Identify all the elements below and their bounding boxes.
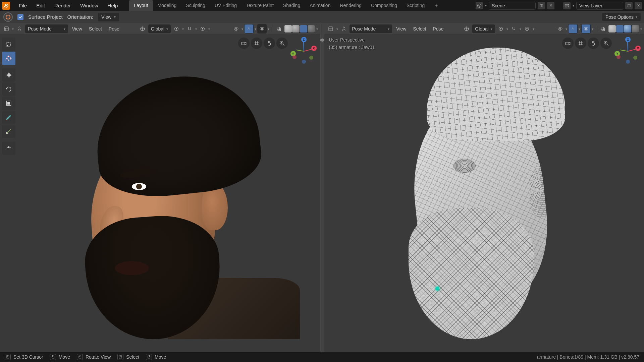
tool-cursor[interactable] [2, 52, 15, 65]
editor-type-icon[interactable] [2, 24, 11, 33]
orientation-icon[interactable] [462, 24, 471, 33]
viewlayer-new-icon[interactable]: ◫ [625, 2, 633, 9]
proportional-icon[interactable] [198, 24, 207, 33]
workspace-tab-rendering[interactable]: Rendering [335, 0, 366, 11]
axis-z-icon[interactable]: Z [301, 37, 307, 42]
scene-new-icon[interactable]: ◫ [538, 2, 545, 9]
orientation-dropdown[interactable]: View▾ [98, 13, 119, 21]
grid-view-icon[interactable] [251, 38, 262, 49]
viewport-right[interactable]: User Perspective (35) armature : Jaw01 X… [324, 35, 644, 352]
svg-rect-70 [149, 355, 150, 357]
xray-toggle-icon[interactable] [598, 24, 607, 33]
tool-rotate[interactable] [2, 82, 15, 96]
menu-help[interactable]: Help [103, 0, 123, 11]
pan-view-icon[interactable] [264, 38, 275, 49]
pose-menu[interactable]: Pose [106, 24, 122, 33]
editor-type-icon[interactable] [326, 24, 335, 33]
scene-delete-icon[interactable]: ✕ [547, 2, 554, 9]
pivot-icon[interactable] [172, 24, 181, 33]
gizmo-toggle-icon[interactable] [569, 24, 577, 33]
cursor-tool-icon[interactable] [3, 12, 13, 22]
scene-name-input[interactable]: Scene [489, 2, 536, 10]
tool-move[interactable] [2, 68, 15, 82]
transform-orientation-dropdown[interactable]: Global▾ [472, 24, 495, 33]
visibility-icon[interactable] [556, 24, 565, 33]
grid-view-icon[interactable] [575, 38, 586, 49]
tool-select-box[interactable] [2, 38, 15, 51]
select-menu[interactable]: Select [86, 24, 105, 33]
viewport-split: ▾ Pose Mode▾ View Select Pose Global▾ ▾ … [0, 23, 644, 352]
viewlayer-browse-icon[interactable] [563, 2, 571, 9]
surface-project-checkbox[interactable] [17, 14, 23, 20]
workspace-tab-layout[interactable]: Layout [129, 0, 153, 11]
view-menu[interactable]: View [69, 24, 85, 33]
snap-icon[interactable] [509, 24, 518, 33]
workspace-tab-add[interactable]: ＋ [429, 0, 443, 11]
mode-icon[interactable] [15, 24, 24, 33]
shading-wireframe-icon[interactable] [284, 25, 292, 33]
shading-rendered-icon[interactable] [632, 25, 639, 33]
menu-edit[interactable]: Edit [32, 0, 50, 11]
svg-rect-50 [566, 42, 569, 45]
navigation-gizmo[interactable]: X Y Z [614, 38, 641, 64]
workspace-tab-sculpting[interactable]: Sculpting [181, 0, 210, 11]
pan-view-icon[interactable] [588, 38, 599, 49]
workspace-tab-uvediting[interactable]: UV Editing [210, 0, 241, 11]
transform-orientation-dropdown[interactable]: Global▾ [148, 24, 171, 33]
shading-solid-icon[interactable] [616, 25, 624, 33]
svg-point-39 [343, 27, 344, 28]
overlays-toggle-icon[interactable] [258, 24, 266, 33]
overlays-toggle-icon[interactable] [582, 24, 590, 33]
axis-z-icon[interactable]: Z [625, 37, 631, 42]
camera-view-icon[interactable] [238, 38, 250, 49]
svg-point-15 [202, 28, 203, 29]
mode-dropdown[interactable]: Pose Mode▾ [25, 24, 68, 33]
navigation-gizmo[interactable]: X Y Z [290, 38, 317, 64]
region-toggle-icon[interactable]: ◀▶ [320, 23, 324, 352]
tool-measure[interactable] [2, 125, 15, 138]
tool-breakdowner[interactable] [2, 141, 15, 155]
zoom-view-icon[interactable] [276, 38, 288, 49]
scene-browse-icon[interactable] [476, 2, 483, 9]
workspace-tab-animation[interactable]: Animation [305, 0, 335, 11]
pose-menu[interactable]: Pose [430, 24, 446, 33]
tool-annotate[interactable] [2, 111, 15, 124]
pivot-icon[interactable] [496, 24, 505, 33]
shading-wireframe-icon[interactable] [608, 25, 616, 33]
viewport-left[interactable]: X Y Z [0, 35, 320, 352]
tool-scale[interactable] [2, 97, 15, 110]
zoom-view-icon[interactable] [600, 38, 612, 49]
proportional-icon[interactable] [523, 24, 531, 33]
mode-dropdown[interactable]: Pose Mode▾ [350, 24, 392, 33]
shading-solid-icon[interactable] [292, 25, 300, 33]
workspace-tab-modeling[interactable]: Modeling [153, 0, 181, 11]
view-menu[interactable]: View [393, 24, 409, 33]
mouse-left-icon [5, 354, 11, 360]
svg-rect-6 [565, 6, 569, 7]
workspace-tab-compositing[interactable]: Compositing [366, 0, 402, 11]
pose-options-dropdown[interactable]: Pose Options▾ [602, 13, 641, 21]
mode-icon[interactable] [339, 24, 348, 33]
axis-x-icon[interactable]: X [311, 46, 317, 51]
viewlayer-delete-icon[interactable]: ✕ [635, 2, 642, 9]
workspace-tab-scripting[interactable]: Scripting [402, 0, 429, 11]
menu-file[interactable]: File [14, 0, 32, 11]
camera-view-icon[interactable] [562, 38, 574, 49]
shading-lookdev-icon[interactable] [300, 25, 307, 33]
workspace-tab-texturepaint[interactable]: Texture Paint [241, 0, 278, 11]
app-logo-icon[interactable] [2, 2, 10, 10]
shading-lookdev-icon[interactable] [624, 25, 631, 33]
visibility-icon[interactable] [232, 24, 240, 33]
gizmo-toggle-icon[interactable] [245, 24, 253, 33]
snap-icon[interactable] [185, 24, 194, 33]
shading-rendered-icon[interactable] [308, 25, 315, 33]
axis-x-icon[interactable]: X [635, 46, 641, 51]
xray-toggle-icon[interactable] [274, 24, 283, 33]
workspace-tab-shading[interactable]: Shading [278, 0, 305, 11]
viewlayer-name-input[interactable]: View Layer [576, 2, 623, 10]
menu-render[interactable]: Render [50, 0, 75, 11]
svg-rect-68 [120, 355, 122, 357]
orientation-icon[interactable] [138, 24, 147, 33]
select-menu[interactable]: Select [410, 24, 429, 33]
menu-window[interactable]: Window [75, 0, 103, 11]
